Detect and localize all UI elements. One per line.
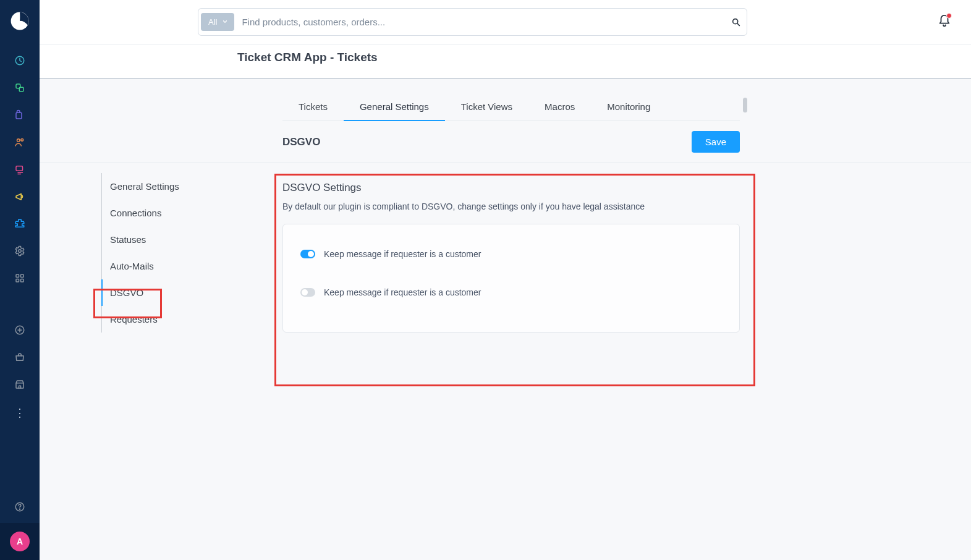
- tab-ticket-views[interactable]: Ticket Views: [445, 101, 528, 121]
- setting-row: Keep message if requester is a customer: [300, 249, 722, 259]
- chevron-down-icon: [222, 17, 228, 27]
- tab-general-settings[interactable]: General Settings: [344, 101, 445, 121]
- tab-monitoring[interactable]: Monitoring: [591, 101, 666, 121]
- nav-settings[interactable]: [0, 237, 40, 265]
- svg-rect-7: [16, 166, 23, 171]
- nav-store[interactable]: [0, 371, 40, 398]
- app-logo[interactable]: [0, 0, 40, 42]
- setting-row: Keep message if requester is a customer: [300, 287, 722, 297]
- topbar: All: [40, 0, 971, 44]
- svg-point-16: [19, 509, 20, 509]
- side-menu-connections[interactable]: Connections: [102, 200, 231, 226]
- card-heading: DSGVO Settings: [282, 182, 740, 194]
- notification-dot-icon: [946, 13, 952, 19]
- save-button[interactable]: Save: [692, 131, 740, 153]
- avatar-letter: A: [17, 537, 23, 546]
- search-input[interactable]: [234, 17, 731, 27]
- card-subheading: By default our plugin is compliant to DS…: [282, 202, 740, 211]
- section-titlebar: DSGVO Save: [282, 131, 740, 153]
- nav-marketing[interactable]: [0, 183, 40, 210]
- svg-point-6: [21, 138, 23, 141]
- toggle-switch[interactable]: [300, 250, 315, 258]
- card-area: DSGVO Settings By default our plugin is …: [282, 182, 740, 333]
- toggle-switch[interactable]: [300, 288, 315, 297]
- nav-user[interactable]: A: [0, 523, 40, 560]
- svg-rect-10: [21, 274, 24, 278]
- side-menu-requesters[interactable]: Requesters: [102, 306, 231, 333]
- search-icon[interactable]: [731, 17, 742, 28]
- page-title-row: Ticket CRM App - Tickets: [40, 44, 971, 79]
- nav-help[interactable]: [0, 493, 40, 520]
- nav-apps[interactable]: [0, 265, 40, 292]
- svg-rect-11: [16, 279, 19, 282]
- tab-row: TicketsGeneral SettingsTicket ViewsMacro…: [282, 101, 740, 121]
- nav-dashboard[interactable]: [0, 47, 40, 74]
- tab-macros[interactable]: Macros: [528, 101, 591, 121]
- svg-point-5: [17, 139, 20, 142]
- setting-label: Keep message if requester is a customer: [324, 249, 481, 259]
- sub-header: TicketsGeneral SettingsTicket ViewsMacro…: [40, 79, 971, 163]
- section-title: DSGVO: [282, 136, 320, 148]
- search-bar: All: [198, 8, 747, 36]
- tab-tickets[interactable]: Tickets: [282, 101, 344, 121]
- tab-scroll-indicator[interactable]: [743, 98, 747, 112]
- nav-shop[interactable]: [0, 344, 40, 371]
- nav-add[interactable]: [0, 316, 40, 344]
- side-menu-auto-mails[interactable]: Auto-Mails: [102, 253, 231, 279]
- nav-content[interactable]: [0, 156, 40, 183]
- search-scope-label: All: [208, 17, 217, 27]
- nav-orders[interactable]: [0, 101, 40, 129]
- svg-rect-4: [16, 112, 22, 119]
- content-body: General SettingsConnectionsStatusesAuto-…: [40, 163, 971, 560]
- nav-extensions[interactable]: [0, 210, 40, 237]
- side-menu-general-settings[interactable]: General Settings: [102, 173, 231, 200]
- svg-rect-9: [16, 274, 19, 278]
- svg-point-8: [19, 250, 22, 253]
- svg-rect-12: [21, 279, 24, 282]
- nav-catalog[interactable]: [0, 74, 40, 101]
- side-menu-dsgvo[interactable]: DSGVO: [102, 279, 231, 306]
- nav-customers[interactable]: [0, 129, 40, 156]
- nav-rail: ⋮ A: [0, 0, 40, 560]
- settings-card: Keep message if requester is a customerK…: [282, 224, 740, 333]
- main: All Ticket CRM App - Tickets TicketsGene…: [40, 0, 971, 560]
- search-scope-pill[interactable]: All: [201, 13, 234, 31]
- avatar[interactable]: A: [10, 532, 30, 551]
- nav-more[interactable]: ⋮: [0, 403, 40, 423]
- page-title: Ticket CRM App - Tickets: [237, 51, 971, 64]
- side-menu-statuses[interactable]: Statuses: [102, 226, 231, 253]
- setting-label: Keep message if requester is a customer: [324, 287, 481, 297]
- notifications-button[interactable]: [938, 14, 951, 30]
- settings-side-menu: General SettingsConnectionsStatusesAuto-…: [101, 173, 231, 333]
